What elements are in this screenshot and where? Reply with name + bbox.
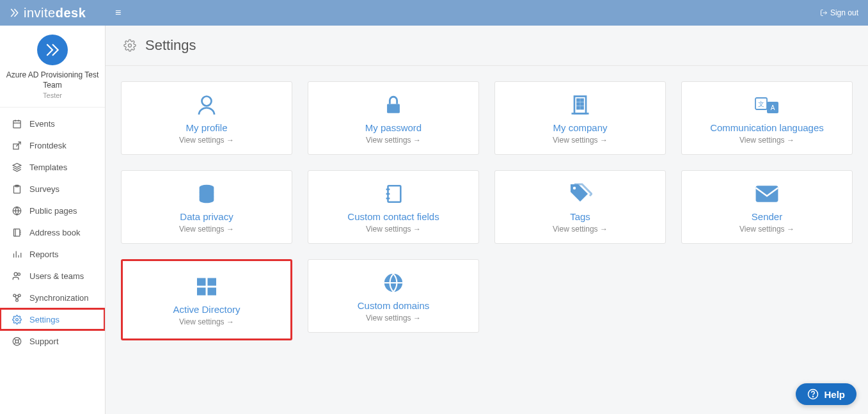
card-my-password[interactable]: My password View settings → xyxy=(308,81,479,155)
nav-label: Frontdesk xyxy=(29,141,67,150)
svg-rect-37 xyxy=(387,104,400,113)
gear-icon xyxy=(123,39,136,52)
svg-rect-56 xyxy=(756,186,778,202)
card-custom-contact-fields[interactable]: Custom contact fields View settings → xyxy=(308,170,479,244)
svg-rect-38 xyxy=(574,97,586,114)
org-block: Azure AD Provisioning Test Team Tester xyxy=(0,26,105,107)
globe-icon xyxy=(383,269,404,296)
gear-icon xyxy=(12,314,22,324)
nav-item-templates[interactable]: Templates xyxy=(0,156,105,178)
sidebar: Azure AD Provisioning Test Team Tester E… xyxy=(0,26,106,414)
card-sub: View settings → xyxy=(179,225,234,234)
building-icon xyxy=(569,92,592,118)
svg-line-34 xyxy=(18,338,20,340)
org-name: Azure AD Provisioning Test Team xyxy=(3,70,102,90)
svg-rect-59 xyxy=(197,288,206,296)
layers-icon xyxy=(12,162,22,172)
tags-icon xyxy=(568,180,592,207)
menu-toggle[interactable]: ≡ xyxy=(115,7,121,19)
sign-out-label: Sign out xyxy=(830,8,858,17)
brand-logo[interactable]: invitedesk xyxy=(10,6,115,20)
svg-rect-11 xyxy=(13,229,19,236)
nav-item-settings[interactable]: Settings xyxy=(0,308,105,330)
card-title: Tags xyxy=(570,211,590,222)
svg-point-63 xyxy=(813,396,814,397)
help-button[interactable]: Help xyxy=(796,383,856,405)
user-icon xyxy=(195,92,218,118)
svg-rect-60 xyxy=(208,288,217,296)
nav-item-synchronization[interactable]: Synchronization xyxy=(0,287,105,308)
card-communication-languages[interactable]: 文A Communication languages View settings… xyxy=(681,81,853,155)
brand-mark-icon xyxy=(10,7,21,19)
svg-line-26 xyxy=(15,296,17,299)
card-title: Custom domains xyxy=(358,300,430,311)
card-title: Data privacy xyxy=(180,211,233,222)
help-icon xyxy=(807,388,819,400)
card-title: Sender xyxy=(752,211,782,222)
card-sub: View settings → xyxy=(553,225,608,234)
org-logo xyxy=(37,35,68,65)
help-label: Help xyxy=(824,389,845,400)
card-sub: View settings → xyxy=(366,314,421,322)
envelope-icon xyxy=(755,180,779,207)
card-sender[interactable]: Sender View settings → xyxy=(681,170,853,244)
settings-cards: My profile View settings → My password V… xyxy=(106,66,868,356)
card-custom-domains[interactable]: Custom domains View settings → xyxy=(308,259,479,333)
card-tags[interactable]: Tags View settings → xyxy=(494,170,666,244)
svg-point-21 xyxy=(17,273,20,275)
card-active-directory[interactable]: Active Directory View settings → xyxy=(121,259,292,340)
card-my-company[interactable]: My company View settings → xyxy=(494,81,666,155)
notebook-icon xyxy=(383,180,404,207)
book-icon xyxy=(12,227,22,237)
nav-item-reports[interactable]: Reports xyxy=(0,243,105,265)
nav: Events Frontdesk Templates Surveys Publi… xyxy=(0,107,105,414)
card-sub: View settings → xyxy=(179,317,234,326)
card-sub: View settings → xyxy=(366,225,421,234)
sign-out-icon xyxy=(820,9,828,17)
svg-rect-42 xyxy=(578,103,580,105)
card-data-privacy[interactable]: Data privacy View settings → xyxy=(121,170,292,244)
card-title: Custom contact fields xyxy=(347,211,439,222)
card-title: Communication languages xyxy=(710,122,824,133)
svg-rect-45 xyxy=(581,107,583,109)
svg-rect-41 xyxy=(581,99,583,101)
svg-point-36 xyxy=(202,97,212,106)
support-icon xyxy=(12,336,22,346)
nav-label: Address book xyxy=(29,228,81,237)
nav-item-support[interactable]: Support xyxy=(0,330,105,352)
nav-item-users-teams[interactable]: Users & teams xyxy=(0,265,105,287)
nav-item-surveys[interactable]: Surveys xyxy=(0,178,105,200)
nav-item-public-pages[interactable]: Public pages xyxy=(0,200,105,221)
nav-label: Users & teams xyxy=(29,271,84,281)
nav-label: Events xyxy=(29,119,55,129)
frontdesk-icon xyxy=(12,140,22,150)
page-header: Settings xyxy=(106,26,868,66)
nav-label: Templates xyxy=(29,163,67,172)
card-my-profile[interactable]: My profile View settings → xyxy=(121,81,292,155)
page-title: Settings xyxy=(145,37,196,54)
brand-text: invitedesk xyxy=(24,6,86,20)
main: Settings My profile View settings → My p… xyxy=(106,26,868,414)
svg-point-24 xyxy=(15,299,18,301)
card-sub: View settings → xyxy=(366,136,421,145)
lock-icon xyxy=(383,92,404,118)
svg-point-20 xyxy=(14,273,17,276)
svg-marker-6 xyxy=(13,163,21,167)
sync-icon xyxy=(12,292,22,303)
nav-label: Public pages xyxy=(29,206,77,216)
sign-out-button[interactable]: Sign out xyxy=(820,8,858,17)
org-logo-icon xyxy=(44,42,61,58)
svg-point-30 xyxy=(15,340,19,343)
nav-item-events[interactable]: Events xyxy=(0,113,105,134)
svg-rect-57 xyxy=(197,278,206,286)
nav-label: Synchronization xyxy=(29,293,89,303)
svg-point-22 xyxy=(13,294,15,297)
nav-item-address-book[interactable]: Address book xyxy=(0,221,105,243)
svg-rect-40 xyxy=(578,99,580,101)
nav-label: Surveys xyxy=(29,184,59,194)
topbar: invitedesk ≡ Sign out xyxy=(0,0,868,26)
svg-rect-44 xyxy=(578,107,580,109)
org-role: Tester xyxy=(3,92,102,99)
nav-item-frontdesk[interactable]: Frontdesk xyxy=(0,134,105,156)
windows-icon xyxy=(195,273,218,300)
